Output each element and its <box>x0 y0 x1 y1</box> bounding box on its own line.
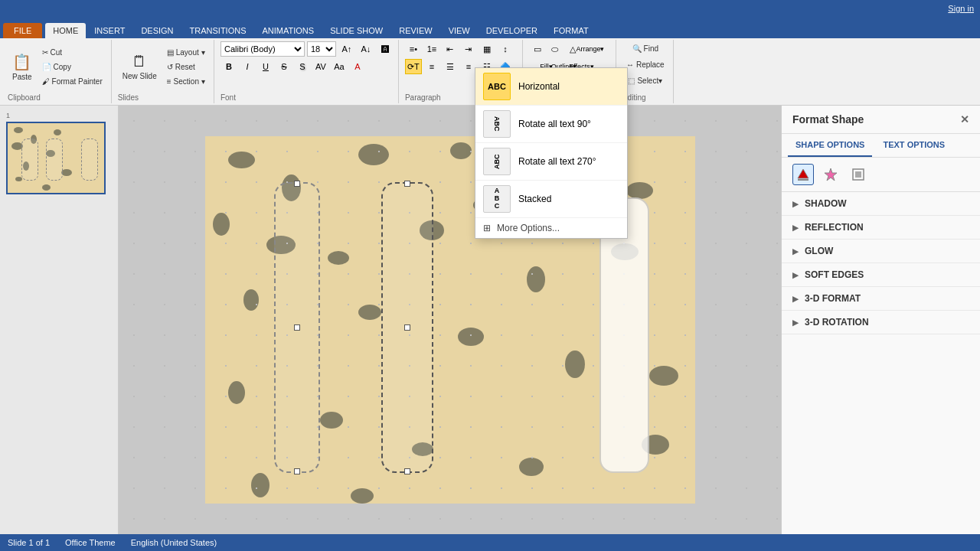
increase-indent-button[interactable]: ⇥ <box>460 41 477 57</box>
shadow-expand-icon: ▶ <box>792 200 799 208</box>
text-direction-button[interactable]: ⟳T <box>405 59 422 74</box>
tab-design[interactable]: DESIGN <box>133 23 181 38</box>
shadow-section[interactable]: ▶ SHADOW <box>782 192 980 216</box>
fill-line-icon-button[interactable] <box>792 164 814 185</box>
char-spacing-button[interactable]: AV <box>312 59 329 74</box>
slide-thumbnail[interactable] <box>6 122 106 194</box>
status-bar: Slide 1 of 1 Office Theme English (Unite… <box>0 534 980 551</box>
underline-button[interactable]: U <box>257 59 274 74</box>
tab-slideshow[interactable]: SLIDE SHOW <box>322 23 390 38</box>
section-button[interactable]: ≡ Section ▾ <box>163 74 209 88</box>
reflection-section[interactable]: ▶ REFLECTION <box>782 216 980 240</box>
tab-home[interactable]: HOME <box>45 23 86 38</box>
select-button[interactable]: ⬚ Select▾ <box>624 73 666 87</box>
decrease-font-size-button[interactable]: A↓ <box>358 41 374 57</box>
format-painter-icon: 🖌 <box>42 77 50 86</box>
change-case-button[interactable]: Aa <box>331 59 348 74</box>
paste-button[interactable]: 📋 Paste <box>8 45 37 88</box>
numbering-button[interactable]: 1≡ <box>423 41 440 57</box>
arrange-button[interactable]: Arrange▾ <box>582 41 599 57</box>
font-color-button[interactable]: A <box>349 59 366 74</box>
font-label: Font <box>220 92 236 102</box>
dropdown-item-horizontal[interactable]: ABC Horizontal <box>475 68 627 106</box>
layout-dropdown-icon: ▾ <box>201 48 205 57</box>
strikethrough-button[interactable]: S <box>276 59 292 74</box>
format-painter-button[interactable]: 🖌 Format Painter <box>38 74 106 88</box>
layout-button[interactable]: ▤ Layout ▾ <box>163 45 209 59</box>
reflection-expand-icon: ▶ <box>792 223 799 232</box>
bullets-button[interactable]: ≡• <box>405 41 422 57</box>
horizontal-abc-icon: ABC <box>483 73 511 100</box>
soft-edges-section[interactable]: ▶ SOFT EDGES <box>782 263 980 287</box>
sign-in-link[interactable]: Sign in <box>948 4 974 13</box>
format-panel-close-icon[interactable]: ✕ <box>960 113 969 126</box>
glow-section[interactable]: ▶ GLOW <box>782 240 980 263</box>
decrease-indent-button[interactable]: ⇤ <box>442 41 459 57</box>
find-button[interactable]: 🔍 Find <box>629 41 662 55</box>
replace-button[interactable]: ↔ Replace <box>622 57 668 71</box>
paragraph-label: Paragraph <box>405 92 441 102</box>
clear-formatting-button[interactable]: 🅰 <box>377 41 394 57</box>
3d-rotation-expand-icon: ▶ <box>792 318 799 327</box>
italic-button[interactable]: I <box>239 59 256 74</box>
shadow-button[interactable]: S <box>294 59 311 74</box>
section-dropdown-icon: ▾ <box>201 77 205 86</box>
find-icon: 🔍 <box>632 44 642 53</box>
cut-icon: ✂ <box>42 48 48 57</box>
align-left-button[interactable]: ≡ <box>423 59 440 74</box>
slide-panel: 1 <box>0 106 119 534</box>
select-icon: ⬚ <box>628 77 635 85</box>
tab-format[interactable]: FORMAT <box>546 23 596 38</box>
tab-developer[interactable]: DEVELOPER <box>479 23 545 38</box>
shape-rect-button[interactable]: ▭ <box>529 41 546 57</box>
new-slide-button[interactable]: 🗒 New Slide <box>118 45 162 88</box>
tab-file[interactable]: FILE <box>3 23 42 38</box>
tab-animations[interactable]: ANIMATIONS <box>255 23 322 38</box>
effects-icon-button[interactable] <box>820 164 841 185</box>
3d-format-section[interactable]: ▶ 3-D FORMAT <box>782 287 980 311</box>
dropdown-item-stacked[interactable]: ABC Stacked <box>475 181 627 218</box>
tab-text-options[interactable]: TEXT OPTIONS <box>875 134 952 157</box>
shape-left[interactable] <box>274 182 320 473</box>
3d-rotation-section[interactable]: ▶ 3-D ROTATION <box>782 311 980 334</box>
cut-button[interactable]: ✂ Cut <box>38 45 106 59</box>
3d-format-expand-icon: ▶ <box>792 295 799 303</box>
format-panel-icon-row <box>782 158 980 192</box>
dropdown-item-rotate90[interactable]: ABC Rotate all text 90° <box>475 106 627 143</box>
format-shape-panel: Format Shape ✕ SHAPE OPTIONS TEXT OPTION… <box>781 106 980 534</box>
font-family-select[interactable]: Calibri (Body) <box>220 41 305 57</box>
tab-shape-options[interactable]: SHAPE OPTIONS <box>788 134 872 157</box>
svg-marker-1 <box>825 168 837 181</box>
slides-label: Slides <box>118 92 139 102</box>
slides-group: 🗒 New Slide ▤ Layout ▾ ↺ Reset ≡ Section… <box>113 40 214 103</box>
text-direction-dropdown: ABC Horizontal ABC Rotate all text 90° A… <box>475 67 628 239</box>
reset-button[interactable]: ↺ Reset <box>163 60 209 73</box>
dropdown-more-options[interactable]: ⊞ More Options... <box>475 218 627 238</box>
clipboard-label: Clipboard <box>8 92 41 102</box>
new-slide-icon: 🗒 <box>132 53 147 70</box>
shape-right[interactable] <box>599 197 649 473</box>
tab-insert[interactable]: INSERT <box>87 23 132 38</box>
ribbon-tabs: FILE HOME INSERT DESIGN TRANSITIONS ANIM… <box>0 17 980 38</box>
tab-transitions[interactable]: TRANSITIONS <box>182 23 254 38</box>
bold-button[interactable]: B <box>220 59 237 74</box>
tab-view[interactable]: VIEW <box>441 23 478 38</box>
format-panel-tabs: SHAPE OPTIONS TEXT OPTIONS <box>782 134 980 158</box>
theme-info: Office Theme <box>65 538 116 547</box>
dropdown-item-rotate270[interactable]: ABC Rotate all text 270° <box>475 143 627 181</box>
language-info: English (United States) <box>131 538 217 547</box>
align-center-button[interactable]: ☰ <box>442 59 459 74</box>
line-spacing-button[interactable]: ↕ <box>497 41 514 57</box>
tab-review[interactable]: REVIEW <box>391 23 439 38</box>
increase-font-size-button[interactable]: A↑ <box>338 41 355 57</box>
font-size-select[interactable]: 18 <box>307 41 336 57</box>
copy-icon: 📄 <box>42 63 51 71</box>
columns-button[interactable]: ▦ <box>479 41 495 57</box>
copy-button[interactable]: 📄 Copy <box>38 60 106 73</box>
slide-number: 1 <box>6 112 112 119</box>
shape-oval-button[interactable]: ⬭ <box>547 41 564 57</box>
more-options-icon: ⊞ <box>483 223 491 233</box>
shape-center[interactable] <box>381 182 433 473</box>
size-position-icon-button[interactable] <box>848 164 869 185</box>
rotate90-abc-icon: ABC <box>483 110 511 138</box>
